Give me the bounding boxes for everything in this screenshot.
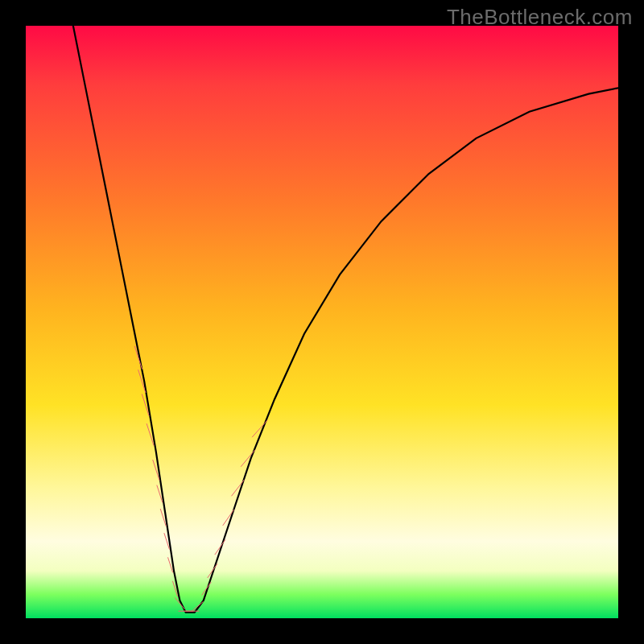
bottleneck-curve — [73, 26, 618, 613]
curve-svg — [26, 26, 618, 618]
highlight-dot — [241, 450, 254, 466]
highlight-dot — [232, 480, 244, 496]
plot-area — [26, 26, 618, 618]
highlight-dots-group — [134, 346, 267, 611]
chart-container: TheBottleneck.com — [0, 0, 644, 644]
highlight-dot — [223, 510, 234, 525]
